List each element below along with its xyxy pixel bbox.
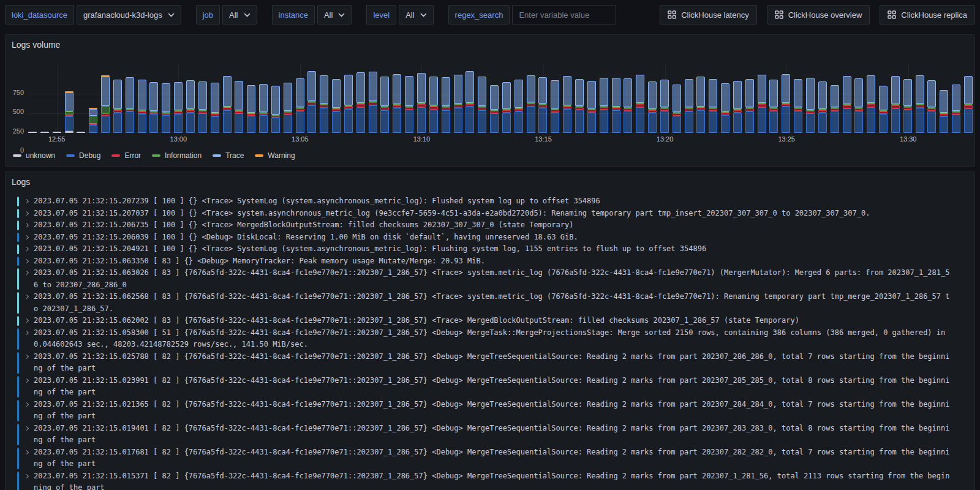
- log-row[interactable]: 2023.07.05 21:32:15.021365 [ 82 ] {7676a…: [17, 399, 974, 423]
- bar-segment-information: [89, 116, 97, 124]
- bar-segment-debug: [65, 116, 74, 131]
- datasource-picker[interactable]: grafanacloud-k3d-logs: [77, 5, 181, 24]
- expand-row-icon[interactable]: [19, 351, 34, 375]
- x-tick-label: 13:30: [900, 135, 917, 143]
- expand-row-icon[interactable]: [19, 219, 34, 232]
- expand-row-icon[interactable]: [19, 267, 34, 291]
- bar-segment-debug: [636, 107, 644, 133]
- bar-segment-debug: [247, 116, 255, 133]
- log-row[interactable]: 2023.07.05 21:32:15.206735 [ 100 ] {} <T…: [17, 219, 974, 232]
- clickhouse-replica-link[interactable]: ClickHouse replica: [880, 5, 975, 24]
- expand-row-icon[interactable]: [19, 315, 34, 327]
- expand-row-icon[interactable]: [19, 470, 34, 490]
- log-row[interactable]: 2023.07.05 21:32:15.207239 [ 100 ] {} <T…: [17, 195, 974, 208]
- link-label: ClickHouse overview: [788, 10, 862, 20]
- bar-segment-trace: [454, 75, 462, 104]
- level-select[interactable]: All: [399, 5, 433, 24]
- expand-row-icon[interactable]: [19, 208, 34, 220]
- log-row[interactable]: 2023.07.05 21:32:15.023991 [ 82 ] {7676a…: [17, 375, 974, 399]
- regex-search-input[interactable]: [512, 5, 616, 24]
- legend-item-warning[interactable]: Warning: [255, 151, 295, 160]
- expand-row-icon[interactable]: [19, 291, 34, 315]
- expand-row-icon[interactable]: [19, 447, 34, 470]
- legend-item-error[interactable]: Error: [111, 151, 141, 160]
- legend-item-trace[interactable]: Trace: [213, 151, 244, 160]
- log-row[interactable]: 2023.07.05 21:32:15.062568 [ 83 ] {7676a…: [17, 291, 974, 315]
- bar-segment-debug: [673, 116, 681, 133]
- bar-segment-trace: [162, 83, 170, 112]
- bar-segment-debug: [514, 111, 523, 133]
- bar-segment-debug: [138, 114, 146, 133]
- bar-segment-trace: [854, 78, 863, 107]
- expand-row-icon[interactable]: [19, 399, 34, 423]
- bar-segment-trace: [89, 109, 97, 116]
- bar-segment-trace: [186, 80, 195, 110]
- variable-label-loki-datasource: loki_datasource: [5, 5, 74, 24]
- log-row[interactable]: 2023.07.05 21:32:15.204921 [ 100 ] {} <T…: [17, 243, 974, 255]
- log-row[interactable]: 2023.07.05 21:32:15.063350 [ 83 ] {} <De…: [17, 255, 974, 268]
- bar-segment-debug: [174, 114, 183, 133]
- bar-segment-debug: [587, 112, 596, 133]
- chevron-down-icon: [338, 13, 345, 17]
- instance-value: All: [324, 10, 333, 20]
- log-row[interactable]: 2023.07.05 21:32:15.206039 [ 100 ] {} <D…: [17, 232, 974, 244]
- x-tick-label: 13:10: [413, 135, 431, 143]
- bar-segment-trace: [575, 79, 584, 106]
- log-row[interactable]: 2023.07.05 21:32:15.025788 [ 82 ] {7676a…: [17, 351, 974, 375]
- log-row[interactable]: 2023.07.05 21:32:15.058300 [ 51 ] {7676a…: [17, 327, 974, 351]
- log-row[interactable]: 2023.07.05 21:32:15.019401 [ 82 ] {7676a…: [17, 423, 974, 447]
- legend-label: Trace: [225, 151, 244, 160]
- bar-segment-debug: [296, 111, 304, 133]
- job-select[interactable]: All: [222, 5, 257, 24]
- expand-row-icon[interactable]: [19, 243, 34, 255]
- bar-segment-trace: [648, 81, 657, 109]
- log-line-text: 2023.07.05 21:32:15.015371 [ 82 ] {7676a…: [34, 470, 952, 490]
- bar-segment-trace: [563, 76, 571, 105]
- chevron-down-icon: [420, 13, 427, 17]
- logs-panel: Logs 2023.07.05 21:32:15.207239 [ 100 ] …: [5, 172, 975, 490]
- x-tick-label: 13:25: [778, 135, 795, 143]
- expand-row-icon[interactable]: [19, 423, 34, 447]
- legend-item-information[interactable]: Information: [152, 151, 202, 160]
- bar-segment-error: [916, 105, 924, 108]
- bar-segment-trace: [587, 81, 596, 108]
- log-row[interactable]: 2023.07.05 21:32:15.017681 [ 82 ] {7676a…: [17, 447, 974, 470]
- bar-segment-trace: [126, 77, 134, 108]
- log-line-text: 2023.07.05 21:32:15.019401 [ 82 ] {7676a…: [34, 423, 952, 447]
- log-row[interactable]: 2023.07.05 21:32:15.207037 [ 100 ] {} <T…: [17, 208, 974, 220]
- bar-segment-information: [101, 106, 110, 114]
- bar-segment-debug: [307, 105, 316, 133]
- clickhouse-overview-link[interactable]: ClickHouse overview: [767, 5, 870, 24]
- chevron-right-icon: [24, 426, 28, 430]
- log-row[interactable]: 2023.07.05 21:32:15.062002 [ 83 ] {7676a…: [17, 315, 974, 327]
- bar-segment-trace: [600, 78, 608, 106]
- expand-row-icon[interactable]: [19, 232, 34, 244]
- expand-row-icon[interactable]: [19, 195, 34, 208]
- bar-segment-trace: [101, 77, 110, 106]
- legend-swatch: [13, 154, 21, 157]
- legend-label: Information: [165, 151, 202, 160]
- expand-row-icon[interactable]: [19, 255, 34, 268]
- legend-item-debug[interactable]: Debug: [66, 151, 100, 160]
- x-axis: 12:5513:0013:0513:1013:1513:2013:2513:30: [28, 135, 973, 145]
- x-tick-label: 13:20: [657, 135, 674, 143]
- bar-segment-trace: [307, 71, 316, 101]
- x-tick-label: 13:00: [170, 135, 187, 143]
- expand-row-icon[interactable]: [19, 327, 34, 351]
- instance-select[interactable]: All: [317, 5, 352, 24]
- bar-segment-error: [380, 107, 389, 110]
- bar-segment-trace: [223, 76, 232, 107]
- bar-segment-debug: [927, 111, 936, 133]
- expand-row-icon[interactable]: [19, 375, 34, 399]
- bar-segment-trace: [879, 86, 888, 110]
- bar-segment-debug: [393, 108, 401, 133]
- bar-segment-debug: [490, 113, 499, 133]
- bar-segment-error: [685, 108, 693, 111]
- bar-segment-debug: [186, 113, 195, 133]
- clickhouse-latency-link[interactable]: ClickHouse latency: [660, 5, 757, 24]
- log-row[interactable]: 2023.07.05 21:32:15.063026 [ 83 ] {7676a…: [17, 267, 974, 291]
- bar-segment-trace: [344, 75, 353, 105]
- bar-segment-debug: [271, 118, 280, 133]
- bar-segment-debug: [320, 108, 328, 133]
- log-row[interactable]: 2023.07.05 21:32:15.015371 [ 82 ] {7676a…: [17, 470, 974, 490]
